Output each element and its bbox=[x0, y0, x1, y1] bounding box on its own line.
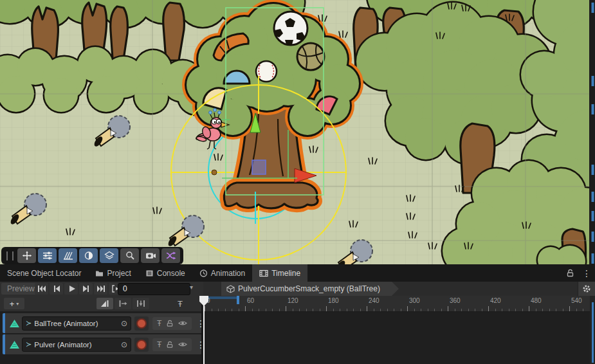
object-picker-icon[interactable]: ⊙ bbox=[121, 340, 127, 349]
track-options: Ŧ bbox=[152, 338, 192, 351]
ruler-tick bbox=[495, 309, 496, 311]
gear-icon bbox=[582, 284, 591, 293]
search-icon bbox=[124, 251, 136, 260]
frame-options-dropdown[interactable]: ▾ bbox=[190, 284, 193, 291]
ruler-tick bbox=[266, 309, 266, 311]
previous-frame-icon bbox=[52, 285, 61, 293]
ruler-tick bbox=[583, 309, 583, 311]
timeline-header: Preview bbox=[0, 282, 595, 296]
animator-object-field[interactable]: ≻ BallTree (Animator) ⊙ bbox=[22, 316, 131, 331]
search-tool-button[interactable] bbox=[120, 248, 139, 263]
breadcrumb[interactable]: PulverCucumberSmack_empty (BallTree) bbox=[221, 282, 399, 296]
lock-icon[interactable] bbox=[166, 341, 174, 349]
tab-label: Console bbox=[157, 269, 185, 278]
breadcrumb-bar: PulverCucumberSmack_empty (BallTree) bbox=[203, 282, 595, 296]
go-to-start-button[interactable] bbox=[35, 283, 48, 295]
layers-tool-button[interactable] bbox=[100, 248, 118, 263]
marker-track-toggle[interactable]: Ŧ bbox=[174, 298, 187, 309]
ruler-tick bbox=[441, 309, 442, 311]
toolbar-drag-handle[interactable] bbox=[6, 251, 14, 260]
unlock-icon[interactable] bbox=[566, 269, 574, 277]
go-to-end-button[interactable] bbox=[94, 283, 107, 295]
plus-icon: + bbox=[10, 299, 15, 309]
timeline-settings-button[interactable] bbox=[578, 282, 595, 296]
ruler-tick-label: 60 bbox=[247, 297, 254, 304]
animation-track-icon bbox=[9, 340, 20, 349]
object-picker-icon[interactable]: ⊙ bbox=[121, 319, 127, 328]
panel-menu-kebab[interactable]: ⋮ bbox=[582, 269, 591, 278]
track-accent bbox=[3, 313, 5, 333]
ruler-tick-label: 360 bbox=[450, 297, 461, 304]
playhead-line bbox=[203, 305, 205, 364]
record-dot bbox=[136, 340, 147, 350]
tab-timeline[interactable]: Timeline bbox=[252, 264, 307, 282]
panel-tab-bar: Scene Object Locator Project Console Ani… bbox=[0, 264, 595, 282]
breadcrumb-label: PulverCucumberSmack_empty (BallTree) bbox=[238, 284, 380, 293]
record-button[interactable] bbox=[134, 316, 149, 331]
ruler-tick bbox=[563, 309, 563, 311]
eye-icon[interactable] bbox=[178, 320, 187, 327]
timeline-end-marker[interactable] bbox=[237, 296, 239, 304]
pin-icon[interactable]: Ŧ bbox=[157, 319, 161, 328]
camera-tool-button[interactable] bbox=[141, 248, 160, 263]
frame-number-input[interactable]: 0 bbox=[118, 283, 190, 295]
eye-icon[interactable] bbox=[178, 341, 187, 348]
previous-frame-button[interactable] bbox=[50, 283, 63, 295]
ripple-mode-button[interactable] bbox=[114, 298, 131, 309]
ruler-tick-label: 240 bbox=[369, 297, 380, 304]
replace-mode-button[interactable] bbox=[133, 298, 149, 309]
track-label: BallTree (Animator) bbox=[34, 320, 118, 327]
scene-right-scroll-strip[interactable] bbox=[589, 0, 595, 264]
ruler-tick bbox=[293, 309, 293, 311]
pin-icon[interactable]: Ŧ bbox=[157, 340, 161, 349]
tab-scene-object-locator[interactable]: Scene Object Locator bbox=[0, 264, 88, 282]
animation-track-icon bbox=[9, 319, 20, 328]
hatch-tool-button[interactable] bbox=[59, 248, 77, 263]
timeline-ruler[interactable]: 060120180240300360420480540 bbox=[203, 296, 590, 312]
timeline-scrollbar-thumb[interactable] bbox=[592, 302, 594, 363]
animator-object-field[interactable]: ≻ Pulver (Animator) ⊙ bbox=[22, 338, 131, 352]
ruler-tick bbox=[394, 309, 394, 311]
ruler-tick bbox=[225, 309, 226, 311]
play-button[interactable] bbox=[64, 283, 78, 295]
record-button[interactable] bbox=[134, 338, 149, 352]
track-header-pulver[interactable]: ≻ Pulver (Animator) ⊙ Ŧ ⋮ bbox=[3, 334, 202, 354]
scene-view[interactable] bbox=[0, 0, 595, 264]
ruler-tick bbox=[239, 309, 239, 311]
ruler-tick bbox=[299, 309, 300, 311]
ruler-tick bbox=[212, 309, 212, 311]
shuffle-tool-button[interactable] bbox=[161, 248, 180, 263]
ruler-tick bbox=[421, 309, 421, 311]
ruler-tick bbox=[367, 306, 367, 311]
ruler-tick bbox=[576, 309, 577, 311]
ruler-tick bbox=[461, 309, 462, 311]
ruler-tick bbox=[475, 309, 475, 311]
ruler-tick-label: 480 bbox=[531, 297, 542, 304]
ruler-tick bbox=[401, 309, 401, 311]
lock-icon[interactable] bbox=[166, 320, 174, 327]
console-icon bbox=[145, 269, 154, 277]
ruler-tick bbox=[279, 309, 280, 311]
next-frame-icon bbox=[82, 285, 91, 293]
next-frame-button[interactable] bbox=[79, 283, 93, 295]
track-label: Pulver (Animator) bbox=[34, 341, 118, 349]
ruler-tick bbox=[374, 309, 374, 311]
tab-animation[interactable]: Animation bbox=[192, 264, 252, 282]
sliders-icon bbox=[42, 251, 53, 260]
tab-project[interactable]: Project bbox=[88, 264, 138, 282]
tab-console[interactable]: Console bbox=[138, 264, 192, 282]
ruler-tick bbox=[542, 309, 543, 311]
mix-mode-button[interactable] bbox=[96, 298, 113, 309]
hatch-icon bbox=[62, 251, 74, 260]
ruler-tick-label: 300 bbox=[409, 297, 420, 304]
sliders-tool-button[interactable] bbox=[38, 248, 57, 263]
track-options: Ŧ bbox=[152, 317, 192, 330]
editor-window: Scene Object Locator Project Console Ani… bbox=[0, 0, 595, 364]
move-tool-button[interactable] bbox=[17, 248, 36, 263]
shuffle-icon bbox=[165, 251, 177, 260]
add-track-button[interactable]: + ▾ bbox=[4, 298, 24, 309]
track-header-balltree[interactable]: ≻ BallTree (Animator) ⊙ Ŧ ⋮ bbox=[3, 313, 202, 333]
ruler-tick bbox=[320, 309, 320, 311]
sphere-tool-button[interactable] bbox=[79, 248, 98, 263]
ruler-tick bbox=[515, 309, 516, 311]
